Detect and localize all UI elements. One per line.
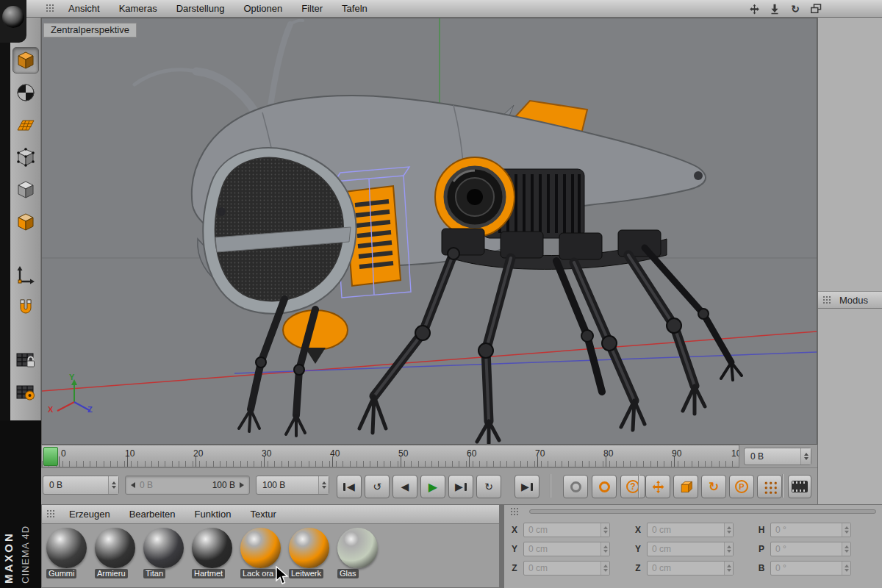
- rotate-view-icon[interactable]: ↻: [789, 3, 801, 15]
- top-menubar: Ansicht Kameras Darstellung Optionen Fil…: [0, 0, 882, 18]
- mat-menu-erzeugen[interactable]: Erzeugen: [60, 506, 120, 523]
- mat-menu-funktion[interactable]: Funktion: [185, 506, 241, 523]
- visor: [203, 148, 356, 313]
- material-sphere[interactable]: [95, 528, 135, 568]
- tool-grid-edit[interactable]: [12, 379, 39, 406]
- mat-menu-bearbeiten[interactable]: Bearbeiten: [120, 506, 185, 523]
- gray-ring-icon: [570, 481, 581, 492]
- menu-tafeln[interactable]: Tafeln: [332, 0, 377, 18]
- axis-y-label: Y: [69, 373, 75, 381]
- record-off-button[interactable]: [563, 475, 588, 498]
- material-sphere[interactable]: [289, 528, 329, 568]
- play-backward-loop-button[interactable]: ↺: [365, 475, 390, 498]
- move-axes-icon: [651, 480, 665, 494]
- tool-cube[interactable]: [12, 176, 39, 203]
- play-forward-loop-button[interactable]: ↻: [476, 475, 501, 498]
- timeline-playhead[interactable]: [43, 447, 58, 466]
- menu-kameras[interactable]: Kameras: [110, 0, 167, 18]
- axis-z-label: Z: [87, 405, 93, 414]
- pos-y-field[interactable]: 0 cm: [523, 542, 610, 556]
- autokey-help-button[interactable]: ?: [620, 475, 645, 498]
- coordinates-collapse-bar[interactable]: [529, 509, 876, 514]
- menu-ansicht[interactable]: Ansicht: [59, 0, 110, 18]
- modus-header[interactable]: Modus: [818, 291, 882, 309]
- viewport-canvas[interactable]: Y X Z: [41, 18, 817, 445]
- scale-x-field[interactable]: 0 cm: [647, 523, 734, 537]
- range-start-value: 0 B: [140, 480, 153, 490]
- material-grip-icon[interactable]: [46, 509, 55, 519]
- tick-label: 20: [193, 448, 203, 459]
- viewport-camera-label[interactable]: Zentralperspektive: [43, 23, 137, 37]
- material-tile[interactable]: Leitwerk: [289, 528, 331, 581]
- motion-clip-button[interactable]: [788, 475, 811, 498]
- material-tile[interactable]: Glas: [337, 528, 380, 581]
- range-left-handle-icon[interactable]: [131, 482, 135, 488]
- tool-model-cube[interactable]: [12, 47, 39, 74]
- material-tile[interactable]: Armieru: [95, 528, 137, 581]
- material-sphere[interactable]: [240, 528, 281, 568]
- keyframe-selection-button[interactable]: [757, 475, 782, 498]
- record-rotation-button[interactable]: ↻: [701, 475, 726, 498]
- pos-z-field[interactable]: 0 cm: [523, 561, 610, 576]
- frame-stepper[interactable]: [800, 448, 811, 465]
- end-frame-stepper[interactable]: [318, 476, 329, 494]
- tick-label: 100: [731, 448, 739, 459]
- orange-ring-icon: [599, 481, 610, 492]
- coordinates-panel: X 0 cm Y 0 cm Z 0 cm X 0 cm Y 0 cm: [504, 504, 882, 588]
- robot-model: [135, 21, 742, 443]
- timeline-ruler[interactable]: 0 10 20 30 40 50 60 70 80 90 100: [41, 445, 739, 467]
- tool-point-cube[interactable]: [12, 144, 39, 171]
- menu-filter[interactable]: Filter: [292, 0, 332, 18]
- tool-grid-lock[interactable]: [12, 347, 39, 373]
- scene-3d: Y X Z: [42, 18, 817, 445]
- right-panel: Modus: [817, 18, 882, 504]
- range-end-value: 100 B: [212, 480, 235, 490]
- tool-axis[interactable]: [12, 262, 39, 288]
- antennae: [135, 21, 303, 114]
- end-frame-field[interactable]: 100 B: [256, 476, 329, 495]
- rot-p-field[interactable]: 0 °: [770, 542, 851, 556]
- material-sphere[interactable]: [143, 528, 184, 568]
- range-right-handle-icon[interactable]: [240, 482, 244, 488]
- menu-darstellung[interactable]: Darstellung: [167, 0, 234, 18]
- record-position-button[interactable]: [645, 475, 670, 498]
- preview-range-slider[interactable]: 0 B 100 B: [125, 476, 250, 495]
- mat-menu-textur[interactable]: Textur: [240, 506, 285, 523]
- material-sphere[interactable]: [337, 528, 378, 568]
- material-name: Glas: [337, 569, 359, 578]
- rot-h-field[interactable]: 0 °: [770, 523, 851, 537]
- tool-magnet[interactable]: [12, 294, 39, 320]
- record-parameter-button[interactable]: P: [729, 475, 754, 498]
- start-frame-field[interactable]: 0 B: [43, 476, 119, 495]
- pos-x-field[interactable]: 0 cm: [523, 523, 610, 537]
- scale-z-field[interactable]: 0 cm: [647, 561, 734, 576]
- scale-y-field[interactable]: 0 cm: [647, 542, 734, 556]
- record-keyframe-button[interactable]: [592, 475, 617, 498]
- material-tile[interactable]: Hartmet: [192, 528, 234, 581]
- start-frame-stepper[interactable]: [108, 476, 118, 494]
- next-frame-button[interactable]: ▶: [448, 475, 473, 498]
- c4d-logo-icon[interactable]: [2, 6, 24, 28]
- previous-frame-button[interactable]: ◀: [392, 475, 417, 498]
- layout-windows-icon[interactable]: [810, 3, 822, 15]
- go-to-end-button[interactable]: ▶: [514, 475, 539, 498]
- coordinates-grip-icon[interactable]: [510, 507, 519, 517]
- left-toolbar: [10, 18, 41, 420]
- material-sphere[interactable]: [192, 528, 232, 568]
- menubar-grip-icon[interactable]: [46, 4, 54, 13]
- tool-render-sphere[interactable]: [12, 79, 39, 106]
- pan-view-icon[interactable]: [748, 3, 760, 15]
- menu-optionen[interactable]: Optionen: [234, 0, 292, 18]
- play-button[interactable]: ▶: [420, 475, 445, 498]
- material-sphere[interactable]: [46, 528, 87, 568]
- move-down-icon[interactable]: [769, 3, 781, 15]
- pos-z-label: Z: [510, 563, 519, 573]
- record-scale-button[interactable]: [673, 475, 698, 498]
- current-frame-field[interactable]: 0 B: [744, 448, 811, 465]
- tool-texture-cube[interactable]: [12, 209, 39, 235]
- rot-b-field[interactable]: 0 °: [770, 561, 851, 576]
- go-to-start-button[interactable]: ◀: [337, 475, 362, 498]
- tool-plane-grid[interactable]: [12, 112, 39, 138]
- material-tile[interactable]: Titan: [143, 528, 186, 581]
- material-tile[interactable]: Gummi: [46, 528, 89, 581]
